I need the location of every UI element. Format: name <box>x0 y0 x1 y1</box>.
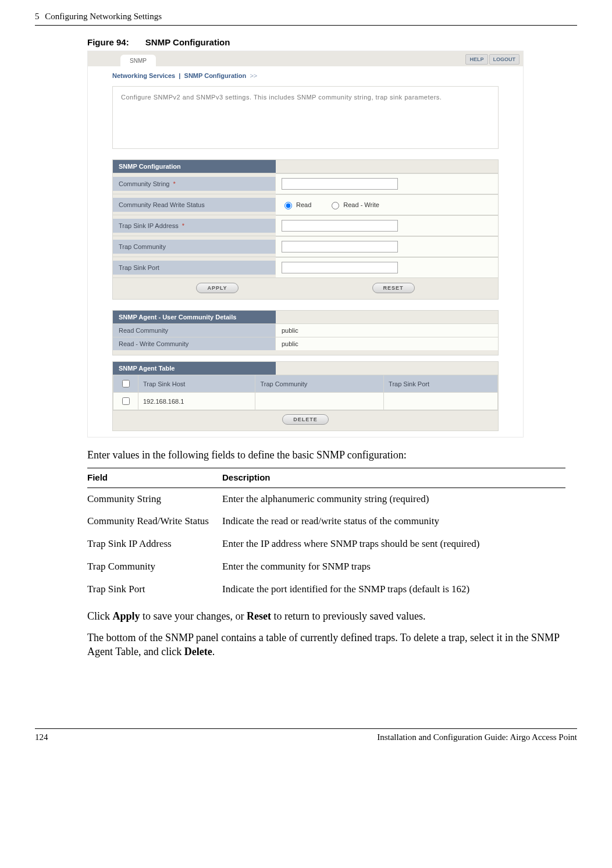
breadcrumb: Networking Services | SNMP Configuration… <box>88 66 523 83</box>
select-all-checkbox[interactable] <box>122 380 130 387</box>
label-trap-community: Trap Community <box>113 240 276 254</box>
cell-field: Trap Sink Port <box>87 578 222 601</box>
label-community-string: Community String * <box>113 177 276 191</box>
agent-table: Trap Sink Host Trap Community Trap Sink … <box>113 375 498 410</box>
cell-desc: Enter the alphanumeric community string … <box>222 488 565 510</box>
intro-paragraph: Enter values in the following fields to … <box>87 448 565 462</box>
radio-read-write[interactable] <box>332 202 339 209</box>
cell-desc: Enter the IP address where SNMP traps sh… <box>222 533 565 556</box>
delete-button[interactable]: DELETE <box>282 414 329 425</box>
breadcrumb-arrow-icon: >> <box>250 72 257 79</box>
agent-table-panel: SNMP Agent Table Trap Sink Host Trap Com… <box>112 361 499 431</box>
paragraph-apply-reset: Click Apply to save your changes, or Res… <box>87 609 565 623</box>
label-trap-sink-ip: Trap Sink IP Address * <box>113 219 276 233</box>
value-rw-community: public <box>276 337 498 350</box>
doc-title: Installation and Configuration Guide: Ai… <box>377 732 577 742</box>
row-checkbox[interactable] <box>122 397 130 405</box>
agent-table-heading: SNMP Agent Table <box>113 362 276 375</box>
label-community-string-text: Community String <box>119 180 169 187</box>
cell-community <box>255 393 384 410</box>
th-field: Field <box>87 468 222 488</box>
logout-button[interactable]: LOGOUT <box>489 54 520 65</box>
cell-field: Community Read/Write Status <box>87 510 222 533</box>
required-star-icon: * <box>173 180 176 187</box>
cell-field: Community String <box>87 488 222 510</box>
bold-reset: Reset <box>247 610 271 622</box>
col-trap-sink-host: Trap Sink Host <box>138 375 255 393</box>
required-star-icon: * <box>182 222 184 229</box>
table-row: Community String Enter the alphanumeric … <box>87 488 565 510</box>
topbar: SNMP HELP LOGOUT <box>88 51 523 66</box>
field-description-table: Field Description Community String Enter… <box>87 468 565 601</box>
chapter-number: 5 <box>35 12 40 21</box>
label-trap-sink-ip-text: Trap Sink IP Address <box>119 222 179 229</box>
cell-field: Trap Sink IP Address <box>87 533 222 556</box>
screenshot: SNMP HELP LOGOUT Networking Services | S… <box>87 51 524 437</box>
cell-field: Trap Community <box>87 556 222 578</box>
figure-caption: Figure 94: SNMP Configuration <box>87 37 577 47</box>
radio-read-label: Read <box>296 201 311 208</box>
paragraph-delete: The bottom of the SNMP panel contains a … <box>87 631 565 659</box>
breadcrumb-page: SNMP Configuration <box>184 72 247 79</box>
col-trap-community: Trap Community <box>255 375 384 393</box>
figure-title: SNMP Configuration <box>145 37 230 47</box>
label-read-community: Read Community <box>113 324 276 337</box>
user-community-panel: SNMP Agent - User Community Details Read… <box>112 310 499 355</box>
trap-community-input[interactable] <box>282 241 398 252</box>
cell-desc: Indicate the port identified for the SNM… <box>222 578 565 601</box>
table-row: Trap Community Enter the community for S… <box>87 556 565 578</box>
page-footer: 124 Installation and Configuration Guide… <box>35 728 577 742</box>
user-community-heading: SNMP Agent - User Community Details <box>113 311 276 323</box>
chapter-title: Configuring Networking Settings <box>45 12 162 21</box>
breadcrumb-section: Networking Services <box>112 72 175 79</box>
label-rw-community: Read - Write Community <box>113 337 276 350</box>
snmp-config-heading: SNMP Configuration <box>113 160 276 173</box>
cell-desc: Enter the community for SNMP traps <box>222 556 565 578</box>
label-trap-sink-port: Trap Sink Port <box>113 261 276 275</box>
breadcrumb-separator: | <box>179 72 180 79</box>
th-description: Description <box>222 468 565 488</box>
text-span: to save your changes, or <box>140 610 247 622</box>
page-number: 124 <box>35 732 48 742</box>
bold-delete: Delete <box>184 646 212 657</box>
trap-sink-port-input[interactable] <box>282 262 398 273</box>
apply-button[interactable]: APPLY <box>196 283 238 293</box>
table-row: Trap Sink IP Address Enter the IP addres… <box>87 533 565 556</box>
table-row: Trap Sink Port Indicate the port identif… <box>87 578 565 601</box>
text-span: The bottom of the SNMP panel contains a … <box>87 632 559 657</box>
bold-apply: Apply <box>113 610 140 622</box>
cell-host: 192.168.168.1 <box>138 393 255 410</box>
text-span: . <box>212 646 215 657</box>
cell-port <box>384 393 498 410</box>
radio-read[interactable] <box>284 202 292 209</box>
value-read-community: public <box>276 324 498 337</box>
trap-sink-ip-input[interactable] <box>282 220 398 232</box>
table-row: Community Read/Write Status Indicate the… <box>87 510 565 533</box>
cell-desc: Indicate the read or read/write status o… <box>222 510 565 533</box>
help-button[interactable]: HELP <box>465 54 488 65</box>
reset-button[interactable]: RESET <box>372 283 415 293</box>
text-span: Click <box>87 610 113 622</box>
info-box: Configure SNMPv2 and SNMPv3 settings. Th… <box>112 86 499 149</box>
text-span: to return to previously saved values. <box>271 610 425 622</box>
community-string-input[interactable] <box>282 178 398 190</box>
page-header: 5 Configuring Networking Settings <box>35 12 577 26</box>
label-community-rw-status: Community Read Write Status <box>113 198 276 212</box>
table-row: 192.168.168.1 <box>113 393 498 410</box>
snmp-config-panel: SNMP Configuration Community String * Co… <box>112 159 499 300</box>
tab-snmp[interactable]: SNMP <box>120 55 156 66</box>
radio-read-write-label: Read - Write <box>343 201 379 208</box>
body-content: Enter values in the following fields to … <box>87 448 565 659</box>
col-trap-sink-port: Trap Sink Port <box>384 375 498 393</box>
figure-label: Figure 94: <box>87 37 129 47</box>
